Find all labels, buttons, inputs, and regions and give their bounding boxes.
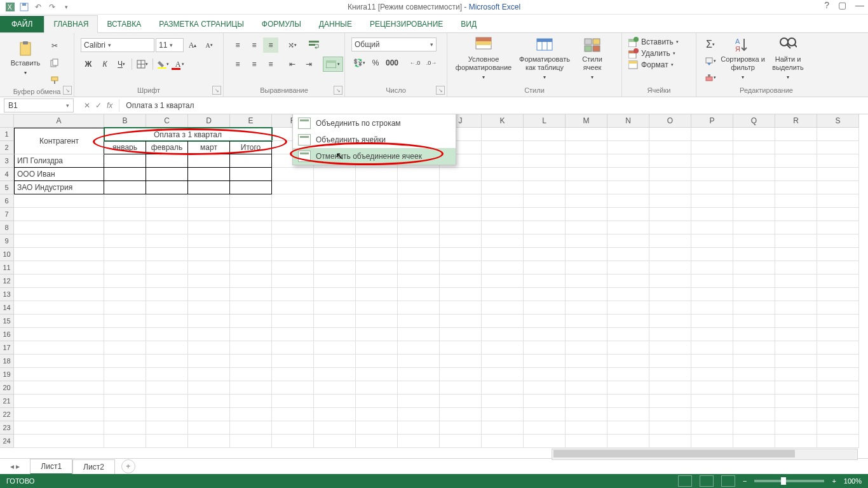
cell[interactable] <box>188 301 230 315</box>
cell[interactable] <box>691 421 733 435</box>
cell[interactable] <box>649 315 691 328</box>
cell[interactable] <box>104 435 146 448</box>
cell[interactable] <box>817 341 859 355</box>
cell[interactable] <box>482 435 524 448</box>
qat-more-icon[interactable]: ▾ <box>61 2 71 12</box>
cell[interactable] <box>649 301 691 315</box>
col-header[interactable]: M <box>566 114 607 128</box>
cell[interactable] <box>104 194 146 208</box>
cell[interactable] <box>607 328 649 341</box>
row-header[interactable]: 17 <box>0 341 14 355</box>
cell[interactable] <box>188 355 230 368</box>
cell[interactable] <box>14 315 104 328</box>
redo-icon[interactable]: ↷ <box>47 2 57 12</box>
cell[interactable] <box>524 435 566 448</box>
enter-formula-icon[interactable]: ✓ <box>95 101 102 110</box>
increase-font-icon[interactable]: A▴ <box>185 37 200 53</box>
cell[interactable] <box>440 274 482 288</box>
cell[interactable] <box>566 181 607 194</box>
cell[interactable] <box>482 341 524 355</box>
cell[interactable] <box>691 234 733 248</box>
cell[interactable] <box>733 261 775 274</box>
cell[interactable] <box>188 194 230 208</box>
cell[interactable] <box>524 168 566 181</box>
row-header[interactable]: 5 <box>0 181 14 194</box>
cell[interactable] <box>649 208 691 221</box>
cell[interactable] <box>566 381 607 395</box>
cell[interactable] <box>482 181 524 194</box>
cell[interactable] <box>188 221 230 234</box>
cell[interactable] <box>607 168 649 181</box>
cell[interactable] <box>440 315 482 328</box>
cell[interactable] <box>146 341 188 355</box>
add-sheet-button[interactable]: + <box>121 459 135 473</box>
cell[interactable] <box>649 421 691 435</box>
cell[interactable] <box>733 274 775 288</box>
cell[interactable] <box>733 381 775 395</box>
cell[interactable] <box>104 408 146 421</box>
sheet-nav[interactable]: ◂ ▸ <box>0 462 30 471</box>
cell[interactable] <box>188 168 230 181</box>
decrease-indent-icon[interactable]: ⇤ <box>285 57 300 72</box>
cell[interactable] <box>566 274 607 288</box>
cell[interactable] <box>691 181 733 194</box>
col-header[interactable]: L <box>524 114 566 128</box>
sheet-tab-1[interactable]: Лист1 <box>30 459 72 475</box>
cell[interactable] <box>272 381 314 395</box>
font-color-button[interactable]: А▾ <box>172 57 187 72</box>
cell[interactable] <box>146 408 188 421</box>
cell[interactable] <box>314 341 356 355</box>
tab-file[interactable]: ФАЙЛ <box>0 16 44 32</box>
cell[interactable] <box>230 368 272 381</box>
cell[interactable] <box>188 395 230 408</box>
cell[interactable] <box>272 168 314 181</box>
font-name-combo[interactable]: Calibri▾ <box>81 38 154 52</box>
cell[interactable] <box>104 248 146 261</box>
cell[interactable] <box>314 274 356 288</box>
cancel-formula-icon[interactable]: ✕ <box>84 101 90 110</box>
alignment-launcher-icon[interactable]: ↘ <box>334 86 342 95</box>
cell[interactable] <box>440 435 482 448</box>
cell[interactable] <box>230 168 272 181</box>
cell[interactable] <box>566 368 607 381</box>
cell[interactable] <box>188 234 230 248</box>
cell[interactable] <box>649 328 691 341</box>
find-select-button[interactable]: Найти и выделить▾ <box>768 36 808 81</box>
row-header[interactable]: 10 <box>0 248 14 261</box>
cell[interactable] <box>649 154 691 168</box>
cell[interactable] <box>14 368 104 381</box>
cell[interactable] <box>398 221 440 234</box>
align-middle-icon[interactable]: ≡ <box>247 37 262 53</box>
cell[interactable] <box>607 381 649 395</box>
cell[interactable] <box>314 248 356 261</box>
cell[interactable] <box>398 261 440 274</box>
cell[interactable] <box>733 368 775 381</box>
view-normal-icon[interactable] <box>678 475 692 487</box>
cell[interactable] <box>775 141 817 154</box>
cell[interactable] <box>314 181 356 194</box>
cell[interactable] <box>566 168 607 181</box>
cell[interactable] <box>775 355 817 368</box>
cell[interactable] <box>188 181 230 194</box>
cell[interactable] <box>733 208 775 221</box>
cell[interactable] <box>566 141 607 154</box>
row-header[interactable]: 12 <box>0 274 14 288</box>
cell[interactable] <box>733 154 775 168</box>
cell[interactable] <box>524 395 566 408</box>
cell[interactable] <box>398 395 440 408</box>
cell[interactable] <box>649 181 691 194</box>
cell[interactable] <box>817 221 859 234</box>
cell[interactable] <box>817 355 859 368</box>
row-header[interactable]: 14 <box>0 301 14 315</box>
zoom-slider[interactable] <box>754 480 824 482</box>
cell[interactable] <box>482 328 524 341</box>
cell[interactable] <box>649 274 691 288</box>
cell[interactable] <box>607 301 649 315</box>
cell[interactable] <box>440 328 482 341</box>
row-header[interactable]: 9 <box>0 234 14 248</box>
cell[interactable] <box>356 168 398 181</box>
cell[interactable] <box>14 341 104 355</box>
cell[interactable] <box>524 194 566 208</box>
cell[interactable] <box>566 261 607 274</box>
cell[interactable] <box>104 368 146 381</box>
